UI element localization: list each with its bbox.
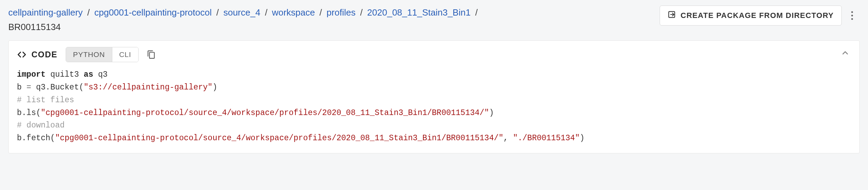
breadcrumb: cellpainting-gallery / cpg0001-cellpaint… (8, 6, 660, 34)
code-text: ) (580, 134, 585, 143)
breadcrumb-sep: / (475, 7, 478, 18)
breadcrumb-current: BR00115134 (8, 22, 61, 32)
svg-point-3 (851, 18, 853, 20)
breadcrumb-link[interactable]: profiles (327, 7, 356, 18)
more-menu-button[interactable] (845, 8, 860, 23)
tab-python[interactable]: PYTHON (66, 47, 112, 62)
create-package-label: CREATE PACKAGE FROM DIRECTORY (681, 11, 834, 20)
code-icon (17, 50, 27, 59)
breadcrumb-sep: / (320, 7, 322, 18)
copy-button[interactable] (147, 50, 156, 59)
tab-cli[interactable]: CLI (112, 47, 138, 62)
code-text: ) (213, 83, 217, 92)
code-string: "cpg0001-cellpainting-protocol/source_4/… (55, 134, 503, 143)
breadcrumb-link[interactable]: cpg0001-cellpainting-protocol (94, 7, 212, 18)
export-icon (668, 10, 677, 21)
svg-point-1 (851, 11, 853, 13)
code-keyword: import (17, 70, 46, 79)
code-body: import quilt3 as q3 b = q3.Bucket("s3://… (9, 66, 859, 153)
language-toggle: PYTHON CLI (66, 47, 138, 62)
breadcrumb-link[interactable]: 2020_08_11_Stain3_Bin1 (367, 7, 471, 18)
code-label: CODE (31, 50, 57, 59)
code-text: b (17, 83, 27, 92)
create-package-button[interactable]: CREATE PACKAGE FROM DIRECTORY (660, 6, 842, 26)
breadcrumb-sep: / (360, 7, 362, 18)
breadcrumb-link[interactable]: workspace (272, 7, 315, 18)
code-keyword: as (84, 70, 93, 79)
breadcrumb-sep: / (265, 7, 267, 18)
code-comment: # download (17, 121, 65, 130)
code-text: b.fetch( (17, 134, 55, 143)
svg-point-2 (851, 15, 853, 17)
code-string: "s3://cellpainting-gallery" (84, 83, 213, 92)
breadcrumb-sep: / (87, 7, 90, 18)
breadcrumb-link[interactable]: source_4 (223, 7, 260, 18)
code-string: "./BR00115134" (513, 134, 579, 143)
code-string: "cpg0001-cellpainting-protocol/source_4/… (41, 108, 489, 117)
code-panel: CODE PYTHON CLI import quilt3 as q3 b = … (8, 40, 860, 153)
breadcrumb-link[interactable]: cellpainting-gallery (8, 7, 83, 18)
code-text: , (503, 134, 513, 143)
collapse-toggle[interactable] (841, 48, 850, 59)
breadcrumb-sep: / (216, 7, 219, 18)
code-text: q3 (98, 70, 108, 79)
code-text: quilt3 (50, 70, 79, 79)
code-text: ) (489, 108, 494, 117)
code-text: q3.Bucket( (31, 83, 84, 92)
code-comment: # list files (17, 96, 74, 105)
code-op: = (27, 83, 31, 92)
code-text: b.ls( (17, 108, 41, 117)
